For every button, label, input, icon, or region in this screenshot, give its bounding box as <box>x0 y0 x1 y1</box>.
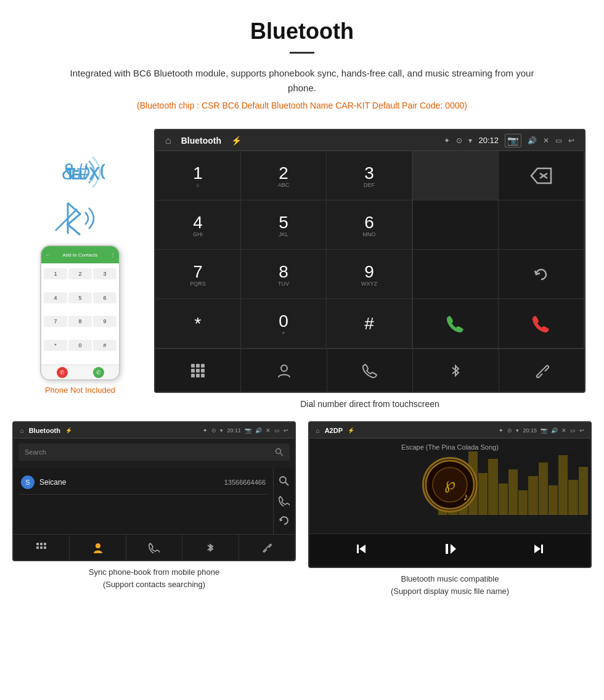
music-loc-icon: ⊙ <box>507 427 512 434</box>
pb-vol-icon[interactable]: 🔊 <box>255 427 262 434</box>
next-track-button[interactable] <box>531 541 546 559</box>
phone-key-4[interactable]: 4 <box>44 292 67 303</box>
window-icon[interactable]: ▭ <box>555 136 562 145</box>
pb-bt-icon <box>205 542 216 553</box>
page-title: Bluetooth <box>12 19 592 44</box>
play-pause-icon <box>443 541 457 556</box>
pb-nav-dialpad[interactable] <box>14 535 70 560</box>
phone-key-2[interactable]: 2 <box>68 268 92 279</box>
dial-key-2[interactable]: 2 ABC <box>241 151 327 200</box>
play-pause-button[interactable] <box>443 541 457 559</box>
phone-key-5[interactable]: 5 <box>68 292 92 303</box>
svg-rect-25 <box>36 546 39 549</box>
dial-key-4[interactable]: 4 GHI <box>155 200 241 250</box>
svg-marker-37 <box>451 544 456 554</box>
dial-key-3[interactable]: 3 DEF <box>327 151 412 200</box>
phone-more-icon: ⋮ <box>110 252 115 258</box>
svg-rect-12 <box>201 369 205 373</box>
pb-nav-call[interactable] <box>126 535 182 560</box>
display-area <box>413 151 499 200</box>
phone-dialpad: 1 2 3 4 5 6 7 8 9 * 0 # <box>41 266 119 364</box>
phonebook-search-bar[interactable]: Search <box>18 443 290 461</box>
dial-key-hash[interactable]: # <box>327 299 412 348</box>
nav-dialpad[interactable] <box>155 349 241 392</box>
key-3-num: 3 <box>364 163 374 183</box>
nav-bluetooth[interactable] <box>413 349 499 392</box>
svg-point-18 <box>276 449 281 454</box>
nav-contacts[interactable] <box>241 349 327 392</box>
phone-key-hash[interactable]: # <box>93 340 116 351</box>
volume-icon[interactable]: 🔊 <box>528 136 537 145</box>
dial-key-6[interactable]: 6 MNO <box>327 200 412 250</box>
search-sidebar-icon[interactable] <box>279 476 290 487</box>
contact-row[interactable]: S Seicane 13566664466 <box>18 471 268 495</box>
home-icon[interactable]: ⌂ <box>165 135 171 146</box>
close-icon[interactable]: ✕ <box>543 136 549 145</box>
phone-key-6[interactable]: 6 <box>93 292 116 303</box>
key-star-num: * <box>195 314 202 334</box>
camera-icon[interactable]: 📷 <box>505 134 521 147</box>
pb-nav-bt[interactable] <box>182 535 239 560</box>
car-nav-bar <box>155 348 584 392</box>
key-6-num: 6 <box>364 213 374 233</box>
dial-key-0[interactable]: 0 + <box>241 299 327 348</box>
prev-track-button[interactable] <box>354 541 369 559</box>
phone-key-0[interactable]: 0 <box>68 340 92 351</box>
phone-key-8[interactable]: 8 <box>68 316 92 327</box>
phone-end-call[interactable]: ✆ <box>57 367 68 378</box>
pb-cam-icon[interactable]: 📷 <box>245 427 251 434</box>
bluetooth-nav-icon <box>447 363 463 379</box>
phonebook-statusbar: ⌂ Bluetooth ⚡ ✦ ⊙ ▾ 20:11 📷 🔊 ✕ ▭ ↩ <box>14 422 295 439</box>
refresh-button[interactable] <box>499 250 584 299</box>
phone-key-7[interactable]: 7 <box>44 316 67 327</box>
key-4-num: 4 <box>193 213 203 233</box>
back-icon[interactable]: ↩ <box>568 136 574 145</box>
svg-rect-26 <box>40 546 43 549</box>
nav-phone[interactable] <box>327 349 413 392</box>
music-home-icon[interactable]: ⌂ <box>316 427 320 434</box>
phone-mockup: ← Add to Contacts ⋮ 1 2 3 4 5 6 7 8 9 * … <box>40 245 120 381</box>
key-1-sub: ⌂ <box>196 182 199 188</box>
music-usb-icon: ⚡ <box>348 427 354 434</box>
page-specs: (Bluetooth chip : CSR BC6 Default Blueto… <box>12 101 592 110</box>
svg-rect-15 <box>201 374 205 377</box>
pb-close-icon[interactable]: ✕ <box>266 427 271 434</box>
phone-call-btn[interactable]: ✆ <box>93 367 104 378</box>
dial-key-8[interactable]: 8 TUV <box>241 250 327 299</box>
pb-nav-contacts-active[interactable] <box>70 535 126 560</box>
music-close-icon[interactable]: ✕ <box>561 427 566 434</box>
pb-nav-link[interactable] <box>239 535 295 560</box>
refresh-sidebar-icon[interactable] <box>279 515 290 526</box>
key-2-sub: ABC <box>278 182 290 188</box>
key-5-num: 5 <box>279 213 288 233</box>
dial-key-5[interactable]: 5 JKL <box>241 200 327 250</box>
call-button[interactable] <box>413 299 499 348</box>
phonebook-caption-line2: (Support contacts searching) <box>103 580 205 589</box>
svg-text:♪: ♪ <box>463 491 468 503</box>
end-call-button[interactable] <box>499 299 584 348</box>
backspace-button[interactable] <box>499 151 584 200</box>
key-9-sub: WXYZ <box>361 281 377 287</box>
phone-back-icon: ← <box>45 252 50 258</box>
pb-home-icon[interactable]: ⌂ <box>20 427 24 434</box>
pb-back-icon[interactable]: ↩ <box>284 427 288 434</box>
phone-key-3[interactable]: 3 <box>93 268 116 279</box>
phone-key-9[interactable]: 9 <box>93 316 116 327</box>
call-sidebar-icon[interactable] <box>279 495 290 506</box>
dial-key-7[interactable]: 7 PQRS <box>155 250 241 299</box>
svg-rect-10 <box>191 369 195 373</box>
key-6-sub: MNO <box>363 231 376 237</box>
pb-win-icon[interactable]: ▭ <box>274 427 280 434</box>
phone-key-1[interactable]: 1 <box>44 268 67 279</box>
dial-key-9[interactable]: 9 WXYZ <box>327 250 412 299</box>
music-win-icon[interactable]: ▭ <box>570 427 576 434</box>
phone-key-star[interactable]: * <box>44 340 67 351</box>
dial-key-star[interactable]: * <box>155 299 241 348</box>
music-cam-icon[interactable]: 📷 <box>541 427 547 434</box>
nav-link[interactable] <box>499 349 584 392</box>
dial-key-1[interactable]: 1 ⌂ <box>155 151 241 200</box>
music-back-icon[interactable]: ↩ <box>579 427 584 434</box>
music-vol-icon[interactable]: 🔊 <box>551 427 558 434</box>
svg-point-16 <box>281 365 287 371</box>
svg-rect-11 <box>196 369 200 373</box>
